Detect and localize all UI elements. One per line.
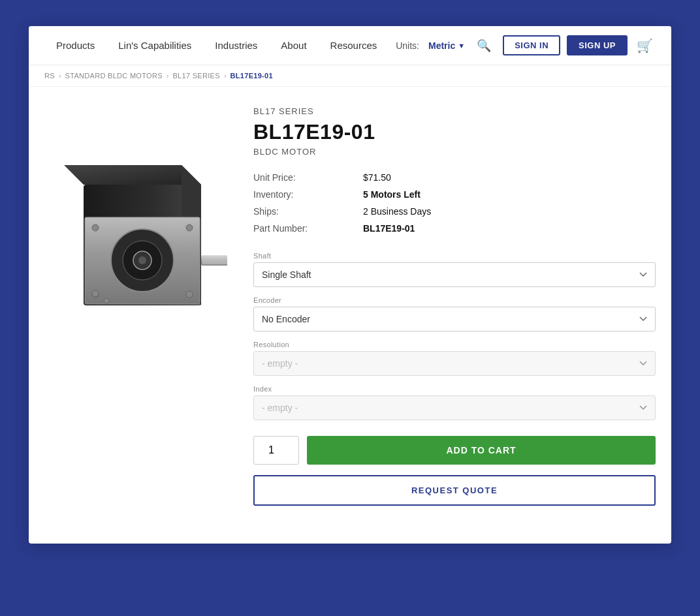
breadcrumb-current[interactable]: BL17E19-01 (231, 72, 273, 80)
breadcrumb-rs[interactable]: RS (44, 72, 55, 80)
resolution-config: Resolution - empty - (253, 341, 656, 376)
svg-point-14 (92, 290, 99, 297)
add-to-cart-button[interactable]: ADD TO CART (307, 436, 656, 465)
ships-value: 2 Business Days (363, 206, 656, 217)
svg-point-12 (186, 224, 193, 231)
signup-button[interactable]: SIGN UP (567, 35, 628, 55)
nav-about[interactable]: About (269, 26, 318, 65)
breadcrumb-sep-2: › (167, 72, 169, 80)
nav-links: Products Lin's Capabilities Industries A… (44, 26, 396, 65)
inventory-label: Inventory: (253, 189, 358, 200)
svg-marker-1 (64, 165, 201, 185)
nav-right: Units: Metric ▼ 🔍 SIGN IN SIGN UP 🛒 (396, 35, 656, 56)
product-specs: Unit Price: $71.50 Inventory: 5 Motors L… (253, 172, 656, 234)
product-area: BL17 SERIES BL17E19-01 BLDC MOTOR Unit P… (29, 87, 671, 544)
product-type: BLDC MOTOR (253, 147, 656, 157)
shaft-select[interactable]: Single Shaft Double Shaft (253, 262, 656, 287)
signin-button[interactable]: SIGN IN (503, 35, 560, 55)
resolution-label: Resolution (253, 341, 656, 348)
nav-industries[interactable]: Industries (203, 26, 269, 65)
encoder-config: Encoder No Encoder With Encoder (253, 296, 656, 331)
part-number-value: BL17E19-01 (363, 223, 656, 234)
nav: Products Lin's Capabilities Industries A… (29, 26, 671, 65)
product-details-col: BL17 SERIES BL17E19-01 BLDC MOTOR Unit P… (253, 106, 656, 517)
breadcrumb-sep-1: › (59, 72, 61, 80)
nav-products[interactable]: Products (44, 26, 106, 65)
ships-label: Ships: (253, 206, 358, 217)
nav-resources[interactable]: Resources (319, 26, 389, 65)
shaft-label: Shaft (253, 252, 656, 260)
svg-point-7 (138, 256, 146, 264)
request-quote-button[interactable]: REQUEST QUOTE (253, 475, 656, 506)
search-icon: 🔍 (477, 39, 491, 52)
quantity-input[interactable] (253, 436, 299, 465)
units-chevron-icon: ▼ (458, 42, 465, 50)
product-image (44, 132, 227, 380)
index-label: Index (253, 385, 656, 393)
breadcrumb-sep-3: › (224, 72, 227, 80)
cart-button[interactable]: 🛒 (634, 35, 656, 56)
product-image-col (44, 106, 227, 517)
index-select[interactable]: - empty - (253, 395, 656, 420)
series-label: BL17 SERIES (253, 106, 656, 116)
svg-point-10 (92, 224, 99, 231)
encoder-label: Encoder (253, 296, 656, 304)
units-label: Units: (396, 40, 419, 51)
index-config: Index - empty - (253, 385, 656, 420)
unit-price-label: Unit Price: (253, 172, 358, 183)
breadcrumb-bl17-series[interactable]: BL17 SERIES (172, 72, 219, 80)
add-to-cart-row: ADD TO CART (253, 436, 656, 465)
breadcrumb: RS › STANDARD BLDC MOTORS › BL17 SERIES … (29, 65, 671, 87)
product-title: BL17E19-01 (253, 120, 656, 144)
units-value: Metric (428, 40, 455, 51)
shaft-config: Shaft Single Shaft Double Shaft (253, 252, 656, 287)
cart-icon: 🛒 (637, 38, 653, 53)
encoder-select[interactable]: No Encoder With Encoder (253, 307, 656, 331)
motor-svg (44, 132, 227, 354)
units-select[interactable]: Metric ▼ (428, 40, 465, 51)
svg-rect-9 (202, 256, 227, 264)
page-wrapper: Products Lin's Capabilities Industries A… (29, 26, 671, 544)
nav-capabilities[interactable]: Lin's Capabilities (106, 26, 203, 65)
inventory-value: 5 Motors Left (363, 189, 656, 200)
breadcrumb-bldc-motors[interactable]: STANDARD BLDC MOTORS (65, 72, 163, 80)
svg-point-13 (186, 291, 193, 298)
resolution-select[interactable]: - empty - (253, 351, 656, 376)
svg-point-15 (104, 298, 109, 303)
part-number-label: Part Number: (253, 223, 358, 234)
unit-price-value: $71.50 (363, 172, 656, 183)
search-button[interactable]: 🔍 (471, 36, 496, 55)
